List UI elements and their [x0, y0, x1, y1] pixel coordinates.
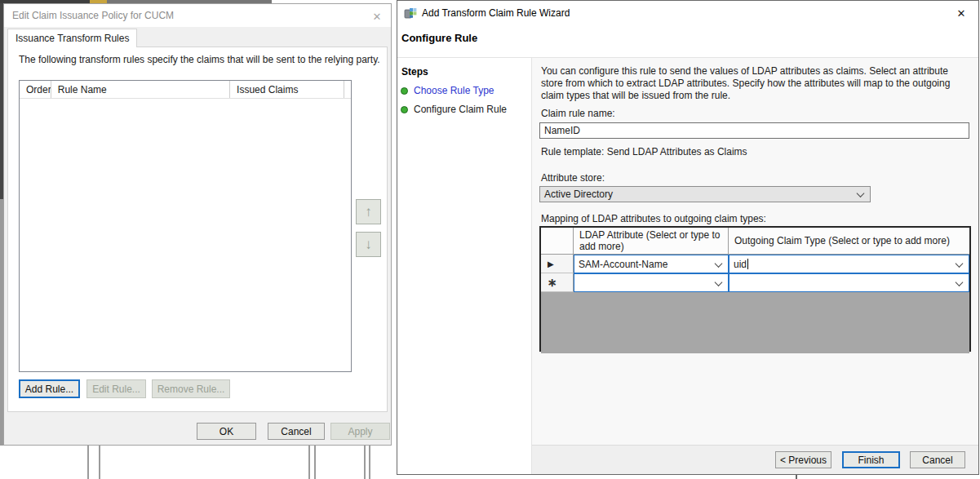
cancel-button[interactable]: Cancel — [268, 423, 325, 440]
chevron-down-icon — [715, 259, 723, 268]
wizard-app-icon — [404, 7, 417, 20]
step-configure-claim-rule[interactable]: Configure Claim Rule — [397, 102, 530, 118]
attribute-store-value: Active Directory — [544, 188, 613, 200]
chevron-down-icon — [956, 259, 964, 268]
wizard-footer: < Previous Finish Cancel — [532, 445, 978, 474]
mapping-row-new: ∗ — [541, 273, 969, 292]
add-transform-claim-rule-wizard-dialog: Add Transform Claim Rule Wizard ✕ Config… — [397, 0, 979, 475]
dialog-titlebar: Edit Claim Issuance Policy for CUCM — [4, 4, 391, 27]
tab-issuance-transform-rules[interactable]: Issuance Transform Rules — [7, 29, 137, 47]
rules-description: The following transform rules specify th… — [19, 54, 386, 65]
attribute-store-label: Attribute store: — [541, 172, 605, 184]
background-diagram-line — [99, 446, 100, 479]
claim-rule-name-value: NameID — [544, 125, 580, 136]
background-diagram-line — [308, 446, 310, 479]
new-row-indicator: ∗ — [541, 273, 574, 292]
ldap-mapping-table: LDAP Attribute (Select or type to add mo… — [539, 226, 971, 352]
wizard-page-heading: Configure Rule — [401, 32, 477, 44]
remove-rule-button[interactable]: Remove Rule... — [152, 379, 230, 398]
wizard-steps-panel: Steps Choose Rule Type Configure Claim R… — [397, 58, 532, 474]
apply-button[interactable]: Apply — [330, 423, 390, 440]
step-label: Configure Claim Rule — [414, 104, 507, 115]
close-icon[interactable]: ✕ — [954, 6, 969, 20]
step-completed-icon — [401, 87, 408, 95]
close-icon[interactable]: ✕ — [370, 9, 384, 24]
move-rule-down-button[interactable]: ↓ — [356, 232, 381, 257]
ok-button[interactable]: OK — [197, 423, 256, 440]
step-choose-rule-type[interactable]: Choose Rule Type — [397, 83, 530, 99]
background-diagram-line — [796, 475, 797, 479]
mapping-table-header: LDAP Attribute (Select or type to add mo… — [541, 228, 969, 255]
edit-claim-issuance-policy-dialog: Edit Claim Issuance Policy for CUCM ✕ Is… — [3, 3, 392, 446]
steps-header: Steps — [401, 66, 428, 78]
row-selector-header — [541, 228, 574, 254]
transform-rules-list[interactable]: Order Rule Name Issued Claims — [19, 80, 352, 372]
tab-label: Issuance Transform Rules — [16, 33, 129, 44]
ldap-attribute-dropdown-row2[interactable] — [574, 273, 729, 292]
background-diagram-line — [369, 446, 370, 479]
claim-rule-name-label: Claim rule name: — [541, 108, 615, 119]
up-arrow-icon: ↑ — [365, 204, 372, 220]
row-current-icon: ▶ — [548, 259, 554, 268]
down-arrow-icon: ↓ — [365, 237, 372, 253]
background-diagram-line — [364, 446, 366, 479]
column-header-outgoing-claim-type[interactable]: Outgoing Claim Type (Select or type to a… — [729, 228, 969, 254]
edit-rule-button[interactable]: Edit Rule... — [86, 379, 146, 398]
rule-description-text: You can configure this rule to send the … — [541, 65, 972, 102]
step-completed-icon — [401, 106, 408, 113]
wizard-content-pane: You can configure this rule to send the … — [532, 58, 978, 445]
finish-button[interactable]: Finish — [842, 451, 900, 468]
column-header-issued-claims[interactable]: Issued Claims — [230, 81, 344, 98]
wizard-titlebar: Add Transform Claim Rule Wizard — [397, 1, 978, 24]
outgoing-claim-type-input-row2[interactable] — [729, 273, 969, 292]
rules-list-body-empty[interactable] — [20, 99, 351, 371]
outgoing-claim-type-input-row1[interactable]: uid — [729, 255, 969, 273]
chevron-down-icon — [956, 278, 964, 286]
row-new-icon: ∗ — [548, 276, 557, 289]
current-row-indicator: ▶ — [541, 255, 574, 273]
previous-button[interactable]: < Previous — [775, 451, 831, 468]
column-header-spacer — [344, 81, 351, 98]
background-diagram-line — [87, 446, 89, 479]
mapping-label: Mapping of LDAP attributes to outgoing c… — [541, 213, 766, 224]
column-header-order[interactable]: Order — [20, 81, 51, 98]
column-header-rule-name[interactable]: Rule Name — [51, 81, 230, 98]
background-diagram-line — [314, 446, 316, 479]
chevron-down-icon — [857, 189, 865, 197]
mapping-row-1: ▶ SAM-Account-Name uid — [541, 255, 969, 273]
step-label: Choose Rule Type — [414, 85, 494, 96]
grid-empty-area — [541, 292, 969, 353]
ldap-attribute-value: SAM-Account-Name — [579, 259, 667, 270]
dialog-title: Edit Claim Issuance Policy for CUCM — [12, 10, 174, 21]
outgoing-claim-type-value: uid — [734, 259, 747, 270]
column-header-ldap-attribute[interactable]: LDAP Attribute (Select or type to add mo… — [574, 228, 729, 254]
screen: Edit Claim Issuance Policy for CUCM ✕ Is… — [0, 0, 980, 479]
claim-rule-name-input[interactable]: NameID — [539, 122, 969, 139]
ldap-attribute-dropdown-row1[interactable]: SAM-Account-Name — [574, 255, 729, 273]
chevron-down-icon — [715, 278, 723, 286]
move-rule-up-button[interactable]: ↑ — [356, 199, 381, 224]
issuance-transform-rules-page: The following transform rules specify th… — [7, 47, 388, 412]
add-rule-button[interactable]: Add Rule... — [19, 379, 80, 398]
rule-template-text: Rule template: Send LDAP Attributes as C… — [541, 146, 747, 157]
cancel-button[interactable]: Cancel — [910, 451, 965, 468]
rules-list-header: Order Rule Name Issued Claims — [20, 81, 351, 99]
wizard-title: Add Transform Claim Rule Wizard — [422, 7, 570, 19]
text-cursor — [747, 259, 748, 269]
attribute-store-dropdown[interactable]: Active Directory — [539, 186, 871, 202]
